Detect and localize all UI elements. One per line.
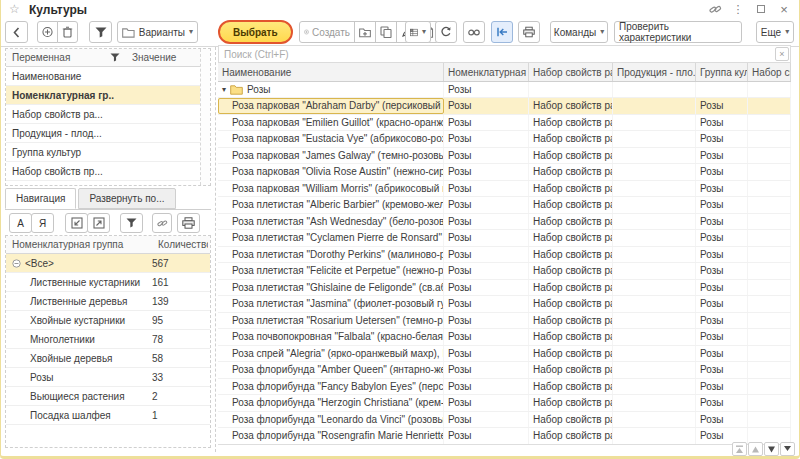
table-row[interactable]: Роза почвопокровная "Falbala" (красно-бе…	[218, 329, 791, 346]
group-row[interactable]: Вьющиеся растения2	[6, 387, 210, 406]
kebab-menu-icon[interactable]: ⋮	[731, 2, 745, 16]
more-button[interactable]: Еще ▾	[756, 21, 794, 43]
delete-button[interactable]	[57, 21, 78, 43]
table-row[interactable]: Роза парковая "Abraham Darby" (персиковы…	[218, 98, 791, 115]
column-header[interactable]: Продукция - пло...	[613, 63, 696, 81]
column-header[interactable]: Группа кул...	[696, 63, 748, 81]
copy-button[interactable]	[375, 21, 397, 43]
commands-button[interactable]: Команды ▾	[550, 21, 608, 43]
group-row[interactable]: Лиственные кустарники161	[6, 273, 210, 292]
tree-collapse-icon[interactable]	[12, 259, 21, 268]
go-last-icon[interactable]	[780, 442, 795, 456]
print-button[interactable]	[518, 21, 540, 43]
table-row[interactable]: Роза парковая "William Morris" (абрикосо…	[218, 181, 791, 198]
prop-set-cell: Набор свойств ра...	[529, 428, 613, 444]
panel-splitter[interactable]	[215, 47, 216, 452]
variant-edit-group	[37, 21, 78, 43]
table-row[interactable]: Роза плетистая "Dorothy Perkins" (малино…	[218, 247, 791, 264]
add-button[interactable]	[37, 21, 58, 43]
table-row[interactable]: Роза флорибунда "Fancy Babylon Eyes" (пе…	[218, 379, 791, 396]
filter-button[interactable]	[89, 21, 112, 43]
refresh-button[interactable]	[435, 21, 457, 43]
column-header[interactable]: Номенклатурная ...↓	[444, 63, 529, 81]
close-icon[interactable]: ×	[777, 2, 791, 16]
select-button[interactable]: Выбрать	[218, 20, 293, 44]
maximize-icon[interactable]	[754, 2, 768, 16]
expand-all-button[interactable]	[87, 213, 110, 233]
params-header-variable[interactable]: Переменная	[6, 49, 126, 66]
create-button[interactable]: Создать	[299, 21, 355, 43]
table-row[interactable]: Роза флорибунда "Amber Queen" (янтарно-ж…	[218, 362, 791, 379]
go-next-icon[interactable]	[764, 442, 779, 456]
tab-navigation[interactable]: Навигация	[5, 188, 76, 209]
group-row[interactable]: Розы33	[6, 368, 210, 387]
table-row[interactable]: Роза плетистая "Cyclamen Pierre de Ronsa…	[218, 230, 791, 247]
item-name: Роза флорибунда "Amber Queen" (янтарно-ж…	[232, 364, 444, 375]
params-scrollbar[interactable]	[200, 49, 210, 185]
pick-mode-button[interactable]	[491, 21, 513, 43]
param-row[interactable]: Продукция - плод...	[6, 124, 210, 143]
view-settings-button[interactable]: ▾	[405, 21, 431, 43]
clear-search-icon[interactable]: ×	[775, 47, 789, 61]
param-row[interactable]: Наименование	[6, 67, 210, 86]
table-row[interactable]: Роза парковая "Emilien Guillot" (красно-…	[218, 115, 791, 132]
table-row[interactable]: Роза флорибунда "Rosengrafin Marie Henri…	[218, 428, 791, 445]
column-header[interactable]: Набор свойств ра...	[529, 63, 613, 81]
table-row[interactable]: Роза плетистая "Alberic Barbier" (кремов…	[218, 197, 791, 214]
table-row[interactable]: Роза плетистая "Ash Wednesday" (бело-роз…	[218, 214, 791, 231]
tab-expand-by[interactable]: Развернуть по...	[78, 188, 175, 209]
group-name-cell: Вьющиеся растения	[6, 391, 152, 402]
name-cell: Роза плетистая "Ash Wednesday" (бело-роз…	[218, 214, 444, 230]
group-folder-row[interactable]: ▾РозыРозы	[218, 82, 791, 98]
group-row[interactable]: Хвойные деревья58	[6, 349, 210, 368]
favorite-star-icon[interactable]: ☆	[9, 2, 20, 16]
filter-icon	[126, 218, 137, 228]
tree-expander-icon[interactable]: ▾	[222, 86, 226, 94]
name-cell: Роза парковая "Eustacia Vye" (абрикосово…	[218, 131, 444, 147]
table-row[interactable]: Роза плетистая "Jasmina" (фиолет-розовый…	[218, 296, 791, 313]
check-characteristics-button[interactable]: Проверить характеристики	[614, 21, 742, 43]
group-row[interactable]: Посадка шалфея1	[6, 406, 210, 425]
culture-group-cell: Розы	[696, 379, 748, 395]
prop-set2-cell	[748, 395, 791, 411]
search-input[interactable]	[218, 45, 791, 63]
group-row[interactable]: <Все>567	[6, 254, 210, 273]
table-row[interactable]: Роза плетистая "Felicite et Perpetue" (н…	[218, 263, 791, 280]
variants-button[interactable]: Варианты ▾	[117, 21, 198, 43]
table-row[interactable]: Роза парковая "Eustacia Vye" (абрикосово…	[218, 131, 791, 148]
group-row[interactable]: Многолетники78	[6, 330, 210, 349]
get-link-button-left[interactable]	[152, 213, 172, 233]
back-button[interactable]	[5, 21, 28, 43]
linked-items-button[interactable]	[463, 21, 485, 43]
filter-button-left[interactable]	[120, 213, 143, 233]
groups-header-name[interactable]: Номенклатурная группа	[6, 236, 152, 253]
get-link-icon[interactable]	[708, 2, 722, 16]
param-row[interactable]: Набор свойств пр...	[6, 162, 210, 181]
param-row[interactable]: Номенклатурная гр..	[6, 86, 210, 105]
param-row[interactable]: Группа культур	[6, 143, 210, 162]
name-cell: Роза почвопокровная "Falbala" (красно-бе…	[218, 329, 444, 345]
create-folder-button[interactable]	[354, 21, 376, 43]
group-row[interactable]: Хвойные кустарники95	[6, 311, 210, 330]
table-row[interactable]: Роза флорибунда "Herzogin Christiana" (к…	[218, 395, 791, 412]
print-button-left[interactable]	[177, 213, 200, 233]
collapse-all-button[interactable]	[65, 213, 88, 233]
column-header[interactable]: Набор св...	[748, 63, 791, 81]
table-row[interactable]: Роза плетистая "Rosarium Uetersen" (темн…	[218, 313, 791, 330]
groups-header-count[interactable]: Количество	[152, 236, 208, 253]
go-first-icon[interactable]	[732, 442, 747, 456]
column-header[interactable]: Наименование	[218, 63, 444, 81]
empty-cell	[748, 82, 791, 97]
table-row[interactable]: Роза спрей "Alegria" (ярко-оранжевый мах…	[218, 346, 791, 363]
table-row[interactable]: Роза парковая "James Galway" (темно-розо…	[218, 148, 791, 165]
go-prev-icon[interactable]	[748, 442, 763, 456]
table-row[interactable]: Роза флорибунда "Leonardo da Vinci" (роз…	[218, 412, 791, 429]
sort-asc-button[interactable]: А	[9, 213, 32, 233]
group-row[interactable]: Лиственные деревья139	[6, 292, 210, 311]
params-header-value[interactable]: Значение	[126, 49, 196, 66]
table-row[interactable]: Роза парковая "Olivia Rose Austin" (нежн…	[218, 164, 791, 181]
param-row[interactable]: Набор свойств ра...	[6, 105, 210, 124]
table-row[interactable]: Роза плетистая "Ghislaine de Feligonde" …	[218, 280, 791, 297]
production-cell	[613, 395, 696, 411]
sort-desc-button[interactable]: Я	[31, 213, 54, 233]
